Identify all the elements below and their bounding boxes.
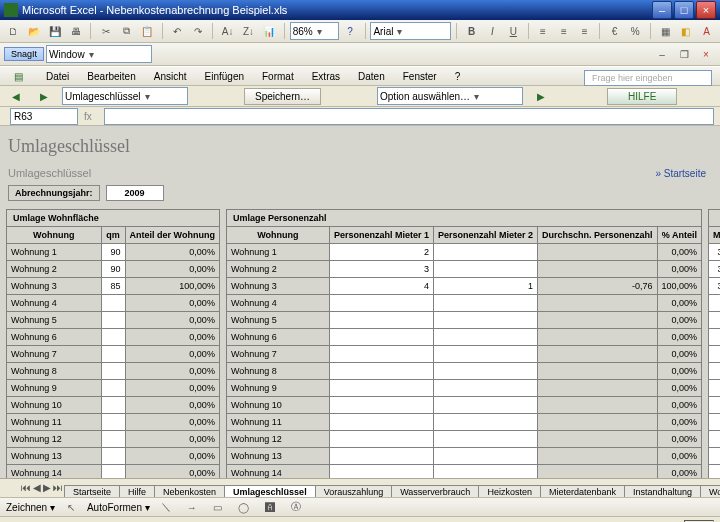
cell-mieter1-bis[interactable]: 31.12.2008 <box>709 244 720 261</box>
rectangle-icon[interactable]: ▭ <box>208 497 228 517</box>
cell-p1[interactable] <box>329 295 433 312</box>
doc-minimize-icon[interactable]: – <box>652 44 672 64</box>
autoformen-menu[interactable]: AutoFormen ▾ <box>87 502 150 513</box>
cell-p1[interactable] <box>329 380 433 397</box>
cell-qm[interactable]: 90 <box>101 261 125 278</box>
table-row[interactable]: Wohnung 80,00% <box>7 363 220 380</box>
cell-wohnung[interactable]: Wohnung 5 <box>7 312 102 329</box>
maximize-button[interactable]: □ <box>674 1 694 19</box>
cell-p2[interactable] <box>433 414 537 431</box>
cell-p2[interactable]: 1 <box>433 278 537 295</box>
cell-mieter1-bis[interactable] <box>709 312 720 329</box>
excel-doc-icon[interactable]: ▤ <box>4 64 32 88</box>
cell-wohnung[interactable]: Wohnung 7 <box>7 346 102 363</box>
sheet-tab[interactable]: Nebenkosten <box>154 485 225 497</box>
open-icon[interactable]: 📂 <box>25 21 44 41</box>
cell-wohnung[interactable]: Wohnung 9 <box>7 380 102 397</box>
option-combo[interactable]: Option auswählen… ▾ <box>377 87 523 105</box>
table-row[interactable]: Wohnung 80,00% <box>226 363 701 380</box>
cell-p1[interactable] <box>329 414 433 431</box>
table-row[interactable]: 00,00% <box>709 346 720 363</box>
table-row[interactable]: Wohnung 50,00% <box>7 312 220 329</box>
cell-mieter1-bis[interactable] <box>709 295 720 312</box>
align-center-icon[interactable]: ≡ <box>554 21 573 41</box>
table-row[interactable]: 00,00% <box>709 380 720 397</box>
line-icon[interactable]: ＼ <box>156 497 176 517</box>
table-row[interactable]: Wohnung 90,00% <box>7 380 220 397</box>
italic-icon[interactable]: I <box>483 21 502 41</box>
cell-wohnung[interactable]: Wohnung 5 <box>226 312 329 329</box>
cell-qm[interactable]: 90 <box>101 244 125 261</box>
table-row[interactable]: Wohnung 130,00% <box>7 448 220 465</box>
table-row[interactable]: Wohnung 40,00% <box>226 295 701 312</box>
cell-wohnung[interactable]: Wohnung 4 <box>226 295 329 312</box>
cell-wohnung[interactable]: Wohnung 8 <box>226 363 329 380</box>
cell-qm[interactable] <box>101 414 125 431</box>
cell-p1[interactable] <box>329 363 433 380</box>
sheet-tab[interactable]: Wohnung1 <box>700 485 720 497</box>
table-row[interactable]: 00,00% <box>709 448 720 465</box>
cell-mieter1-bis[interactable]: 31.05.2008 <box>709 278 720 295</box>
cell-p1[interactable] <box>329 346 433 363</box>
cell-qm[interactable] <box>101 431 125 448</box>
table-personenzahl[interactable]: Umlage Personenzahl Wohnung Personenzahl… <box>226 209 702 478</box>
cell-wohnung[interactable]: Wohnung 4 <box>7 295 102 312</box>
tab-nav-last-icon[interactable]: ⏭ <box>52 478 64 497</box>
cell-p2[interactable] <box>433 431 537 448</box>
table-row[interactable]: 00,00% <box>709 312 720 329</box>
cell-wohnung[interactable]: Wohnung 13 <box>226 448 329 465</box>
undo-icon[interactable]: ↶ <box>168 21 187 41</box>
cell-mieter1-bis[interactable] <box>709 346 720 363</box>
play-icon[interactable]: ▶ <box>531 86 551 106</box>
table-row[interactable]: 00,00% <box>709 397 720 414</box>
cell-p1[interactable] <box>329 397 433 414</box>
cell-wohnung[interactable]: Wohnung 14 <box>7 465 102 479</box>
cell-qm[interactable] <box>101 295 125 312</box>
cell-qm[interactable] <box>101 346 125 363</box>
zeichnen-menu[interactable]: Zeichnen ▾ <box>6 502 55 513</box>
cell-p1[interactable] <box>329 312 433 329</box>
cell-qm[interactable] <box>101 329 125 346</box>
table-row[interactable]: Wohnung 50,00% <box>226 312 701 329</box>
table-row[interactable]: 31.12.200836500,00% <box>709 244 720 261</box>
table-row[interactable]: Wohnung 2900,00% <box>7 261 220 278</box>
table-row[interactable]: Wohnung 60,00% <box>7 329 220 346</box>
sort-desc-icon[interactable]: Z↓ <box>239 21 258 41</box>
copy-icon[interactable]: ⧉ <box>117 21 136 41</box>
cut-icon[interactable]: ✂ <box>96 21 115 41</box>
chart-icon[interactable]: 📊 <box>260 21 279 41</box>
table-row[interactable]: Wohnung 60,00% <box>226 329 701 346</box>
cell-p2[interactable] <box>433 363 537 380</box>
cell-wohnung[interactable]: Wohnung 6 <box>226 329 329 346</box>
cell-wohnung[interactable]: Wohnung 13 <box>7 448 102 465</box>
cell-qm[interactable] <box>101 312 125 329</box>
tab-nav-first-icon[interactable]: ⏮ <box>20 478 32 497</box>
menu-ansicht[interactable]: Ansicht <box>150 69 191 84</box>
ask-question-box[interactable]: Frage hier eingeben <box>584 70 712 86</box>
table-row[interactable]: Wohnung 40,00% <box>7 295 220 312</box>
table-row[interactable]: 00,00% <box>709 465 720 478</box>
close-button[interactable]: × <box>696 1 716 19</box>
cell-mieter1-bis[interactable] <box>709 397 720 414</box>
table-row[interactable]: Wohnung 230,00% <box>226 261 701 278</box>
cell-wohnung[interactable]: Wohnung 1 <box>7 244 102 261</box>
cell-qm[interactable] <box>101 448 125 465</box>
tab-nav-next-icon[interactable]: ▶ <box>42 478 52 497</box>
hilfe-button[interactable]: HILFE <box>607 88 677 105</box>
fill-color-icon[interactable]: ◧ <box>676 21 695 41</box>
cell-qm[interactable]: 85 <box>101 278 125 295</box>
cell-wohnung[interactable]: Wohnung 11 <box>226 414 329 431</box>
worksheet-area[interactable]: Umlageschlüssel Umlageschlüssel » Starts… <box>0 126 720 478</box>
table-row[interactable]: Wohnung 100,00% <box>7 397 220 414</box>
name-box[interactable]: R63 <box>10 108 78 125</box>
table-mieterwechsel[interactable]: Mieterwech Mieter 1 bis Mieter 2 von Woh… <box>708 209 720 478</box>
table-row[interactable]: 00,00% <box>709 431 720 448</box>
font-combo[interactable]: Arial ▾ <box>370 22 451 40</box>
cell-qm[interactable] <box>101 397 125 414</box>
redo-icon[interactable]: ↷ <box>189 21 208 41</box>
table-row[interactable]: 31.12.200836500,00% <box>709 261 720 278</box>
sheet-tab[interactable]: Umlageschlüssel <box>224 485 316 497</box>
cell-wohnung[interactable]: Wohnung 8 <box>7 363 102 380</box>
cell-p1[interactable] <box>329 448 433 465</box>
cell-qm[interactable] <box>101 380 125 397</box>
